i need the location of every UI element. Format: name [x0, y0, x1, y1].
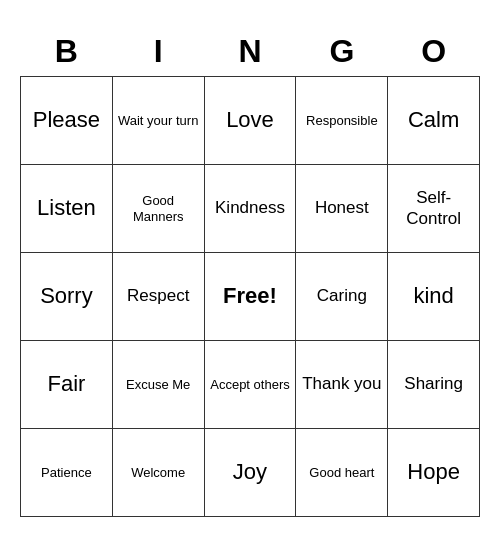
bingo-cell-1-2: Kindness — [204, 165, 296, 253]
bingo-cell-1-0: Listen — [21, 165, 113, 253]
bingo-row-1: ListenGood MannersKindnessHonestSelf-Con… — [21, 165, 480, 253]
bingo-row-0: PleaseWait your turnLoveResponsibleCalm — [21, 77, 480, 165]
header-row: BINGO — [21, 27, 480, 77]
bingo-cell-4-2: Joy — [204, 429, 296, 517]
header-letter-n: N — [204, 27, 296, 77]
bingo-row-3: FairExcuse MeAccept othersThank youShari… — [21, 341, 480, 429]
bingo-cell-4-4: Hope — [388, 429, 480, 517]
bingo-row-2: SorryRespectFree!Caringkind — [21, 253, 480, 341]
bingo-cell-2-2: Free! — [204, 253, 296, 341]
bingo-cell-2-4: kind — [388, 253, 480, 341]
bingo-cell-3-0: Fair — [21, 341, 113, 429]
bingo-cell-0-3: Responsible — [296, 77, 388, 165]
bingo-cell-4-1: Welcome — [112, 429, 204, 517]
bingo-cell-0-0: Please — [21, 77, 113, 165]
bingo-cell-2-0: Sorry — [21, 253, 113, 341]
bingo-row-4: PatienceWelcomeJoyGood heartHope — [21, 429, 480, 517]
bingo-cell-3-1: Excuse Me — [112, 341, 204, 429]
bingo-cell-1-4: Self-Control — [388, 165, 480, 253]
bingo-cell-4-0: Patience — [21, 429, 113, 517]
header-letter-g: G — [296, 27, 388, 77]
bingo-cell-0-2: Love — [204, 77, 296, 165]
header-letter-o: O — [388, 27, 480, 77]
bingo-cell-1-1: Good Manners — [112, 165, 204, 253]
bingo-cell-2-3: Caring — [296, 253, 388, 341]
bingo-cell-3-3: Thank you — [296, 341, 388, 429]
bingo-cell-4-3: Good heart — [296, 429, 388, 517]
bingo-cell-3-4: Sharing — [388, 341, 480, 429]
bingo-cell-3-2: Accept others — [204, 341, 296, 429]
bingo-cell-2-1: Respect — [112, 253, 204, 341]
header-letter-i: I — [112, 27, 204, 77]
header-letter-b: B — [21, 27, 113, 77]
bingo-cell-1-3: Honest — [296, 165, 388, 253]
bingo-cell-0-1: Wait your turn — [112, 77, 204, 165]
bingo-card: BINGO PleaseWait your turnLoveResponsibl… — [20, 27, 480, 517]
bingo-cell-0-4: Calm — [388, 77, 480, 165]
